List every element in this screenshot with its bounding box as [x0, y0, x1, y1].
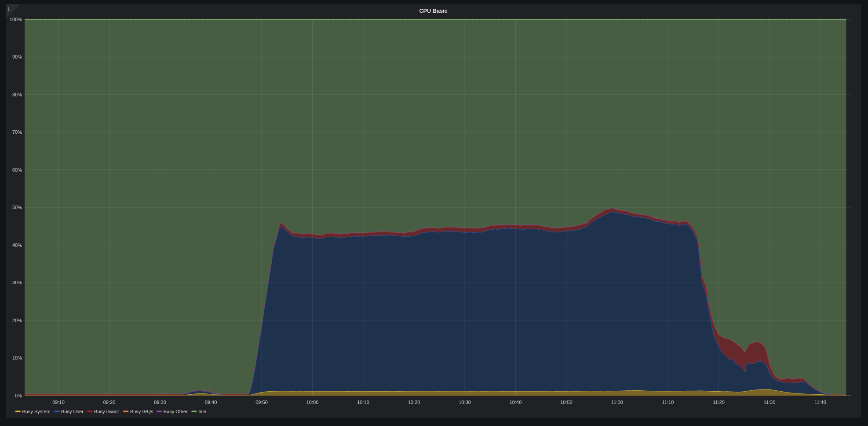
- svg-text:09:30: 09:30: [154, 400, 166, 405]
- svg-text:20%: 20%: [12, 318, 22, 323]
- svg-text:10:30: 10:30: [459, 400, 471, 405]
- svg-text:50%: 50%: [12, 205, 22, 210]
- svg-text:Busy Iowait: Busy Iowait: [94, 409, 119, 414]
- svg-text:09:10: 09:10: [52, 400, 65, 405]
- svg-text:10:10: 10:10: [357, 400, 369, 405]
- svg-text:10:20: 10:20: [408, 400, 420, 405]
- svg-text:CPU Basic: CPU Basic: [419, 8, 447, 14]
- svg-text:11:20: 11:20: [713, 400, 725, 405]
- svg-text:80%: 80%: [12, 92, 22, 97]
- svg-text:i: i: [8, 6, 10, 12]
- svg-text:100%: 100%: [10, 17, 22, 22]
- svg-text:Busy User: Busy User: [61, 409, 84, 414]
- svg-text:09:50: 09:50: [255, 400, 268, 405]
- svg-text:40%: 40%: [12, 242, 22, 248]
- svg-text:11:10: 11:10: [662, 400, 674, 405]
- svg-text:10:00: 10:00: [306, 400, 319, 405]
- svg-text:60%: 60%: [12, 167, 22, 173]
- svg-text:11:30: 11:30: [764, 400, 776, 405]
- svg-text:10:40: 10:40: [510, 400, 522, 405]
- svg-text:11:40: 11:40: [814, 400, 826, 405]
- svg-text:Busy System: Busy System: [22, 409, 51, 414]
- svg-text:10:50: 10:50: [560, 400, 573, 405]
- svg-text:Idle: Idle: [198, 409, 206, 414]
- svg-text:11:00: 11:00: [611, 400, 623, 405]
- svg-text:Busy Other: Busy Other: [164, 409, 188, 414]
- svg-text:Busy IRQs: Busy IRQs: [130, 409, 153, 414]
- svg-text:09:40: 09:40: [205, 400, 217, 405]
- svg-text:70%: 70%: [12, 129, 22, 135]
- svg-text:10%: 10%: [12, 355, 22, 360]
- svg-text:90%: 90%: [12, 54, 22, 59]
- svg-text:30%: 30%: [12, 280, 22, 285]
- svg-text:09:20: 09:20: [103, 400, 116, 405]
- svg-text:0%: 0%: [15, 393, 22, 398]
